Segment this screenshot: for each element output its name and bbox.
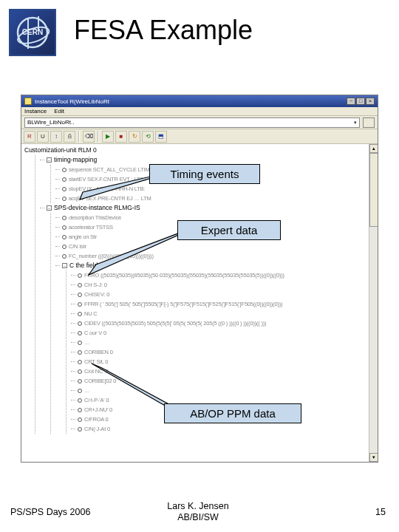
footer-center: Lars K. Jensen AB/BI/SW <box>135 501 260 523</box>
window-titlebar: InstanceTool R(WireLibNoRt − □ × <box>21 95 378 107</box>
tree-item[interactable]: FFRR ( ' 505('] 505(' 505(']5505(']F[-) … <box>71 299 366 309</box>
minimize-button[interactable]: − <box>347 98 355 105</box>
svg-marker-6 <box>89 232 182 275</box>
chevron-down-icon: ▾ <box>354 120 357 126</box>
footer-left: PS/SPS Days 2006 <box>0 507 135 517</box>
tree-item[interactable]: CHISEV: 0 <box>71 290 366 299</box>
callout-timing: Timing events <box>149 164 260 184</box>
tree-item[interactable]: C/N(·J-At 0 <box>71 424 366 434</box>
device-combo-value: BLWire_LibNoRt.. <box>27 119 74 126</box>
window-title-text: InstanceTool R(WireLibNoRt <box>35 98 347 105</box>
toolbar-btn-5[interactable]: ⌫ <box>83 131 95 143</box>
toolbar-btn-2[interactable]: U <box>37 131 49 143</box>
toolbar: R U ↕ ⎙ ⌫ ▶ ■ ↻ ⟲ ⬒ <box>21 129 378 144</box>
close-button[interactable]: × <box>366 98 375 105</box>
combo-side-button[interactable] <box>363 117 375 128</box>
toolbar-btn-8[interactable]: ↻ <box>129 131 140 143</box>
device-combo[interactable]: BLWire_LibNoRt.. ▾ <box>24 117 360 128</box>
tree-item[interactable]: CORIBEN 0 <box>71 347 366 357</box>
toolbar-btn-1[interactable]: R <box>24 131 35 143</box>
tree-item[interactable]: CIDEV ((5035(5035(5035) 505(5(5(5[' 05(5… <box>71 318 366 328</box>
callout-arrow <box>87 361 173 411</box>
tree-item[interactable]: NU C <box>71 309 366 318</box>
slide-footer: PS/SPS Days 2006 Lars K. Jensen AB/BI/SW… <box>0 501 399 523</box>
maximize-button[interactable]: □ <box>356 98 365 105</box>
tree-item[interactable]: … <box>71 338 366 347</box>
scroll-thumb[interactable] <box>369 153 378 227</box>
tree-item[interactable]: C our V 0 <box>71 328 366 338</box>
scroll-down-icon[interactable]: ▾ <box>369 453 378 462</box>
svg-text:CERN: CERN <box>22 28 43 36</box>
svg-marker-7 <box>92 364 173 409</box>
toolbar-btn-9[interactable]: ⟲ <box>142 131 154 143</box>
footer-page-number: 15 <box>261 507 399 517</box>
tree-root[interactable]: Customization-unit RLM 0 <box>24 146 366 155</box>
window-app-icon <box>24 98 32 105</box>
menu-instance[interactable]: Instance <box>24 108 47 115</box>
slide-title: FESA Example <box>74 15 253 46</box>
callout-expert: Expert data <box>177 220 281 240</box>
toolbar-btn-7[interactable]: ■ <box>115 131 127 143</box>
tree-folder-instance[interactable]: − SPS-device-instance RLMG-IS <box>40 203 366 213</box>
callout-arrow <box>72 174 154 204</box>
tree-item[interactable]: CH S-J: 0 <box>71 280 366 290</box>
callout-arrow <box>83 231 182 279</box>
menu-bar: Instance Edit <box>21 107 378 116</box>
scroll-up-icon[interactable]: ▴ <box>369 144 378 153</box>
toolbar-btn-4[interactable]: ⎙ <box>64 131 75 143</box>
cern-logo: CERN <box>9 9 56 56</box>
vertical-scrollbar[interactable]: ▴ ▾ <box>369 144 378 462</box>
toolbar-btn-3[interactable]: ↕ <box>50 131 62 143</box>
menu-edit[interactable]: Edit <box>54 108 64 115</box>
callout-ppm: AB/OP PPM data <box>164 403 301 423</box>
svg-marker-5 <box>80 176 154 200</box>
toolbar-btn-10[interactable]: ⬒ <box>155 131 167 143</box>
toolbar-btn-6[interactable]: ▶ <box>102 131 114 143</box>
